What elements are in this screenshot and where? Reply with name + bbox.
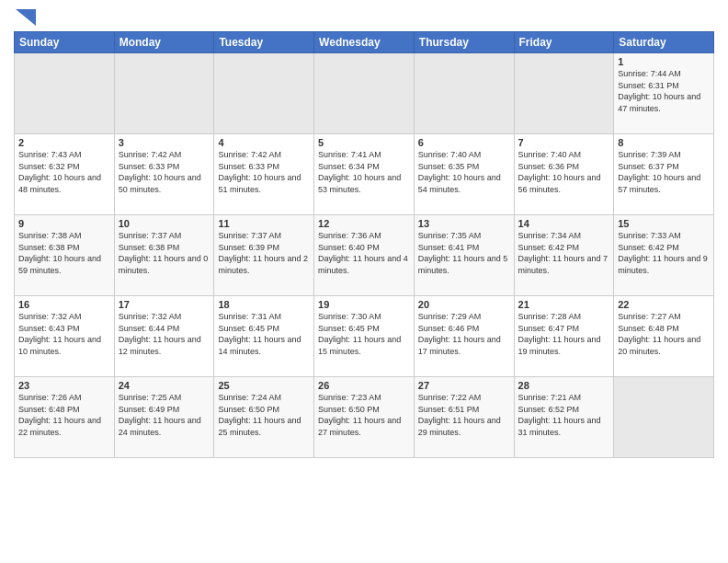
calendar-cell: 10Sunrise: 7:37 AMSunset: 6:38 PMDayligh… — [114, 215, 214, 296]
calendar-cell: 7Sunrise: 7:40 AMSunset: 6:36 PMDaylight… — [514, 134, 614, 215]
calendar-cell — [114, 53, 214, 134]
calendar-cell — [314, 53, 415, 134]
day-number: 17 — [119, 299, 210, 310]
day-info: Sunrise: 7:32 AMSunset: 6:43 PMDaylight:… — [18, 311, 110, 357]
day-number: 18 — [218, 299, 310, 310]
day-info: Sunrise: 7:23 AMSunset: 6:50 PMDaylight:… — [318, 392, 410, 438]
weekday-header-friday: Friday — [514, 32, 614, 53]
day-number: 22 — [618, 299, 710, 310]
calendar-week-row: 16Sunrise: 7:32 AMSunset: 6:43 PMDayligh… — [15, 296, 714, 377]
day-number: 4 — [218, 137, 310, 148]
day-info: Sunrise: 7:37 AMSunset: 6:39 PMDaylight:… — [218, 230, 310, 276]
calendar-cell — [414, 53, 514, 134]
calendar-cell: 22Sunrise: 7:27 AMSunset: 6:48 PMDayligh… — [614, 296, 714, 377]
calendar-week-row: 2Sunrise: 7:43 AMSunset: 6:32 PMDaylight… — [15, 134, 714, 215]
calendar-cell — [514, 53, 614, 134]
day-info: Sunrise: 7:36 AMSunset: 6:40 PMDaylight:… — [318, 230, 410, 276]
calendar-cell: 27Sunrise: 7:22 AMSunset: 6:51 PMDayligh… — [414, 377, 514, 458]
day-info: Sunrise: 7:35 AMSunset: 6:41 PMDaylight:… — [418, 230, 510, 276]
calendar-cell: 8Sunrise: 7:39 AMSunset: 6:37 PMDaylight… — [614, 134, 714, 215]
day-info: Sunrise: 7:22 AMSunset: 6:51 PMDaylight:… — [418, 392, 510, 438]
day-info: Sunrise: 7:34 AMSunset: 6:42 PMDaylight:… — [518, 230, 610, 276]
calendar-cell: 23Sunrise: 7:26 AMSunset: 6:48 PMDayligh… — [15, 377, 115, 458]
day-number: 5 — [318, 137, 410, 148]
weekday-header-thursday: Thursday — [414, 32, 514, 53]
calendar-cell: 28Sunrise: 7:21 AMSunset: 6:52 PMDayligh… — [514, 377, 614, 458]
day-number: 2 — [18, 137, 110, 148]
day-info: Sunrise: 7:25 AMSunset: 6:49 PMDaylight:… — [119, 392, 210, 438]
day-info: Sunrise: 7:41 AMSunset: 6:34 PMDaylight:… — [318, 149, 410, 195]
day-number: 16 — [18, 299, 110, 310]
calendar-cell: 18Sunrise: 7:31 AMSunset: 6:45 PMDayligh… — [214, 296, 314, 377]
day-info: Sunrise: 7:42 AMSunset: 6:33 PMDaylight:… — [218, 149, 310, 195]
calendar-cell: 24Sunrise: 7:25 AMSunset: 6:49 PMDayligh… — [114, 377, 214, 458]
calendar-cell — [15, 53, 115, 134]
calendar-week-row: 1Sunrise: 7:44 AMSunset: 6:31 PMDaylight… — [15, 53, 714, 134]
day-info: Sunrise: 7:33 AMSunset: 6:42 PMDaylight:… — [618, 230, 710, 276]
weekday-header-monday: Monday — [114, 32, 214, 53]
calendar-cell: 11Sunrise: 7:37 AMSunset: 6:39 PMDayligh… — [214, 215, 314, 296]
day-number: 19 — [318, 299, 410, 310]
calendar-cell: 26Sunrise: 7:23 AMSunset: 6:50 PMDayligh… — [314, 377, 415, 458]
day-number: 6 — [418, 137, 510, 148]
day-info: Sunrise: 7:37 AMSunset: 6:38 PMDaylight:… — [119, 230, 210, 276]
day-number: 23 — [18, 380, 110, 391]
day-number: 13 — [418, 218, 510, 229]
weekday-header-saturday: Saturday — [614, 32, 714, 53]
day-info: Sunrise: 7:38 AMSunset: 6:38 PMDaylight:… — [18, 230, 110, 276]
day-info: Sunrise: 7:30 AMSunset: 6:45 PMDaylight:… — [318, 311, 410, 357]
day-info: Sunrise: 7:24 AMSunset: 6:50 PMDaylight:… — [218, 392, 310, 438]
day-number: 24 — [119, 380, 210, 391]
day-number: 21 — [518, 299, 610, 310]
day-number: 28 — [518, 380, 610, 391]
day-info: Sunrise: 7:39 AMSunset: 6:37 PMDaylight:… — [618, 149, 710, 195]
calendar-week-row: 9Sunrise: 7:38 AMSunset: 6:38 PMDaylight… — [15, 215, 714, 296]
calendar-cell: 13Sunrise: 7:35 AMSunset: 6:41 PMDayligh… — [414, 215, 514, 296]
day-number: 25 — [218, 380, 310, 391]
calendar-cell: 5Sunrise: 7:41 AMSunset: 6:34 PMDaylight… — [314, 134, 415, 215]
calendar-cell: 14Sunrise: 7:34 AMSunset: 6:42 PMDayligh… — [514, 215, 614, 296]
day-info: Sunrise: 7:27 AMSunset: 6:48 PMDaylight:… — [618, 311, 710, 357]
day-number: 3 — [119, 137, 210, 148]
day-info: Sunrise: 7:43 AMSunset: 6:32 PMDaylight:… — [18, 149, 110, 195]
calendar-cell: 15Sunrise: 7:33 AMSunset: 6:42 PMDayligh… — [614, 215, 714, 296]
day-number: 8 — [618, 137, 710, 148]
weekday-header-sunday: Sunday — [15, 32, 115, 53]
calendar-table: SundayMondayTuesdayWednesdayThursdayFrid… — [14, 31, 714, 458]
calendar-cell: 17Sunrise: 7:32 AMSunset: 6:44 PMDayligh… — [114, 296, 214, 377]
calendar-week-row: 23Sunrise: 7:26 AMSunset: 6:48 PMDayligh… — [15, 377, 714, 458]
weekday-header-tuesday: Tuesday — [214, 32, 314, 53]
day-info: Sunrise: 7:26 AMSunset: 6:48 PMDaylight:… — [18, 392, 110, 438]
calendar-cell: 4Sunrise: 7:42 AMSunset: 6:33 PMDaylight… — [214, 134, 314, 215]
logo — [14, 9, 36, 26]
calendar-cell: 16Sunrise: 7:32 AMSunset: 6:43 PMDayligh… — [15, 296, 115, 377]
day-number: 11 — [218, 218, 310, 229]
day-number: 9 — [18, 218, 110, 229]
calendar-cell: 9Sunrise: 7:38 AMSunset: 6:38 PMDaylight… — [15, 215, 115, 296]
day-info: Sunrise: 7:28 AMSunset: 6:47 PMDaylight:… — [518, 311, 610, 357]
calendar-cell — [614, 377, 714, 458]
calendar-cell: 20Sunrise: 7:29 AMSunset: 6:46 PMDayligh… — [414, 296, 514, 377]
day-info: Sunrise: 7:42 AMSunset: 6:33 PMDaylight:… — [119, 149, 210, 195]
logo-arrow-icon — [16, 9, 36, 26]
day-info: Sunrise: 7:40 AMSunset: 6:35 PMDaylight:… — [418, 149, 510, 195]
day-info: Sunrise: 7:29 AMSunset: 6:46 PMDaylight:… — [418, 311, 510, 357]
calendar-cell: 2Sunrise: 7:43 AMSunset: 6:32 PMDaylight… — [15, 134, 115, 215]
calendar-cell: 12Sunrise: 7:36 AMSunset: 6:40 PMDayligh… — [314, 215, 415, 296]
calendar-cell: 21Sunrise: 7:28 AMSunset: 6:47 PMDayligh… — [514, 296, 614, 377]
day-info: Sunrise: 7:40 AMSunset: 6:36 PMDaylight:… — [518, 149, 610, 195]
svg-marker-0 — [16, 9, 36, 26]
calendar-cell: 25Sunrise: 7:24 AMSunset: 6:50 PMDayligh… — [214, 377, 314, 458]
day-info: Sunrise: 7:44 AMSunset: 6:31 PMDaylight:… — [618, 68, 710, 114]
calendar-cell: 6Sunrise: 7:40 AMSunset: 6:35 PMDaylight… — [414, 134, 514, 215]
calendar-cell: 3Sunrise: 7:42 AMSunset: 6:33 PMDaylight… — [114, 134, 214, 215]
weekday-header-wednesday: Wednesday — [314, 32, 415, 53]
calendar-cell: 1Sunrise: 7:44 AMSunset: 6:31 PMDaylight… — [614, 53, 714, 134]
day-info: Sunrise: 7:31 AMSunset: 6:45 PMDaylight:… — [218, 311, 310, 357]
day-number: 10 — [119, 218, 210, 229]
page-container: SundayMondayTuesdayWednesdayThursdayFrid… — [0, 0, 728, 463]
header — [14, 9, 714, 26]
day-number: 26 — [318, 380, 410, 391]
calendar-cell — [214, 53, 314, 134]
day-info: Sunrise: 7:21 AMSunset: 6:52 PMDaylight:… — [518, 392, 610, 438]
